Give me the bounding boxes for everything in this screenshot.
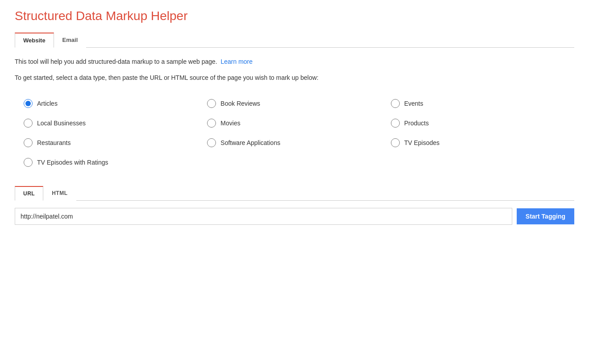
top-tabs-container: Website Email (15, 32, 574, 48)
radio-option-tv-episodes[interactable]: TV Episodes (391, 133, 574, 153)
description-text: This tool will help you add structured-d… (15, 57, 574, 66)
tab-website[interactable]: Website (15, 33, 54, 48)
radio-label-movies: Movies (220, 120, 240, 127)
radio-tv-episodes[interactable] (391, 138, 400, 147)
radio-label-tv-episodes-ratings: TV Episodes with Ratings (37, 159, 108, 166)
radio-label-local-businesses: Local Businesses (37, 120, 86, 127)
tab-url[interactable]: URL (15, 186, 43, 201)
radio-software-applications[interactable] (207, 138, 216, 147)
page-title: Structured Data Markup Helper (15, 9, 574, 23)
radio-label-book-reviews: Book Reviews (220, 100, 260, 107)
url-input-row: Start Tagging (15, 208, 574, 225)
radio-option-tv-episodes-ratings[interactable]: TV Episodes with Ratings (24, 153, 207, 172)
radio-option-articles[interactable]: Articles (24, 94, 207, 113)
bottom-tabs-container: URL HTML (15, 186, 574, 201)
radio-label-articles: Articles (37, 100, 58, 107)
radio-option-restaurants[interactable]: Restaurants (24, 133, 207, 153)
radio-movies[interactable] (207, 119, 216, 128)
radio-book-reviews[interactable] (207, 99, 216, 108)
radio-option-movies[interactable]: Movies (207, 113, 390, 133)
radio-option-software-applications[interactable]: Software Applications (207, 133, 390, 153)
radio-option-book-reviews[interactable]: Book Reviews (207, 94, 390, 113)
tab-email[interactable]: Email (54, 33, 87, 48)
radio-tv-episodes-ratings[interactable] (24, 158, 33, 167)
radio-option-local-businesses[interactable]: Local Businesses (24, 113, 207, 133)
learn-more-link[interactable]: Learn more (220, 58, 253, 65)
radio-label-products: Products (404, 120, 429, 127)
radio-label-restaurants: Restaurants (37, 139, 71, 146)
description-text-part1: This tool will help you add structured-d… (15, 58, 217, 65)
radio-label-events: Events (404, 100, 423, 107)
radio-restaurants[interactable] (24, 138, 33, 147)
url-input[interactable] (15, 208, 512, 225)
data-type-grid: Articles Book Reviews Events Local Busin… (24, 94, 574, 172)
radio-local-businesses[interactable] (24, 119, 33, 128)
radio-articles[interactable] (24, 99, 33, 108)
radio-label-software-applications: Software Applications (220, 139, 280, 146)
instruction-text: To get started, select a data type, then… (15, 73, 574, 83)
radio-option-products[interactable]: Products (391, 113, 574, 133)
start-tagging-button[interactable]: Start Tagging (517, 208, 574, 224)
bottom-tabs: URL HTML (15, 186, 574, 200)
radio-label-tv-episodes: TV Episodes (404, 139, 440, 146)
tab-html[interactable]: HTML (43, 186, 76, 201)
radio-events[interactable] (391, 99, 400, 108)
radio-option-events[interactable]: Events (391, 94, 574, 113)
radio-products[interactable] (391, 119, 400, 128)
